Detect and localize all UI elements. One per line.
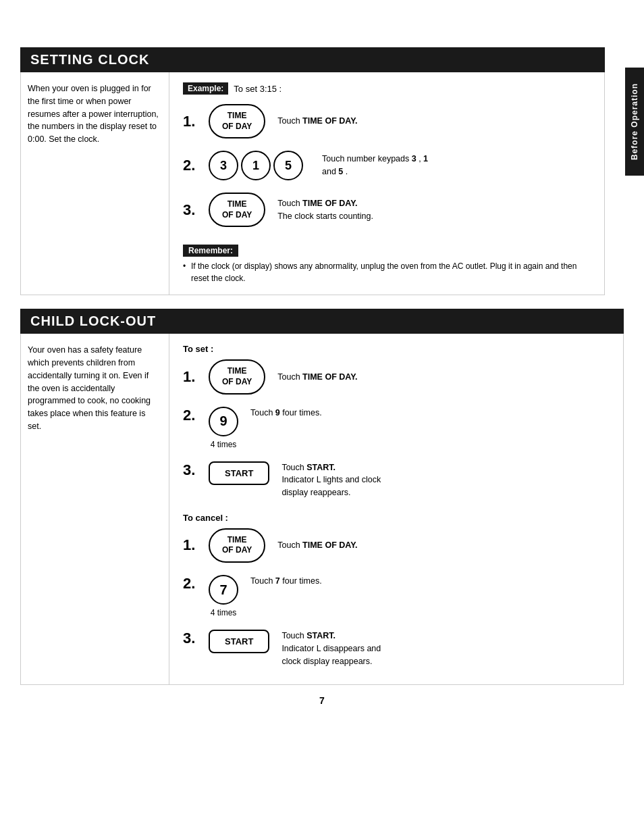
cl-set-step-2-desc: Touch 9 four times. bbox=[250, 407, 322, 420]
step-3-desc: Touch TIME OF DAY.The clock starts count… bbox=[277, 197, 373, 223]
page-number: 7 bbox=[0, 695, 644, 706]
side-tab: Before Operation bbox=[625, 68, 644, 176]
keypads-row: 3 1 5 bbox=[209, 151, 303, 180]
keypad-9[interactable]: 9 bbox=[209, 407, 238, 436]
cl-cancel-step-2: 2. 7 4 times Touch 7 four times. bbox=[183, 575, 610, 617]
time-of-day-btn-3[interactable]: TIME OF DAY bbox=[209, 193, 265, 227]
cl-cancel-num-3: 3. bbox=[183, 630, 202, 647]
page-container: Before Operation SETTING CLOCK When your… bbox=[0, 0, 644, 837]
set-4times-label: 4 times bbox=[211, 440, 237, 449]
child-lockout-header: CHILD LOCK-OUT bbox=[20, 309, 624, 334]
cl-cancel-num-2: 2. bbox=[183, 575, 202, 592]
cl-set-num-3: 3. bbox=[183, 461, 202, 479]
remember-box: Remember: If the clock (or display) show… bbox=[183, 239, 591, 284]
step-1-desc: Touch TIME OF DAY. bbox=[277, 115, 357, 128]
child-lockout-right: To set : 1. TIME OF DAY Touch TIME OF DA… bbox=[169, 334, 623, 684]
setting-clock-left: When your oven is plugged in for the fir… bbox=[21, 72, 169, 295]
example-row: Example: To set 3:15 : bbox=[183, 82, 591, 95]
cl-set-step-3-desc: Touch START.Indicator L lights and clock… bbox=[281, 461, 381, 499]
cl-set-step-2: 2. 9 4 times Touch 9 four times. bbox=[183, 407, 610, 449]
cl-tod-btn-cancel-1[interactable]: TIME OF DAY bbox=[209, 528, 265, 563]
sc-step-1: 1. TIME OF DAY Touch TIME OF DAY. bbox=[183, 104, 591, 138]
cl-cancel-step-2-desc: Touch 7 four times. bbox=[250, 575, 322, 588]
cl-cancel-step-3-desc: Touch START.Indicator L disappears andcl… bbox=[281, 630, 381, 667]
cl-set-step-1: 1. TIME OF DAY Touch TIME OF DAY. bbox=[183, 359, 610, 394]
start-btn-set[interactable]: START bbox=[209, 461, 269, 485]
keypad-3[interactable]: 3 bbox=[209, 151, 238, 180]
sc-step-3: 3. TIME OF DAY Touch TIME OF DAY.The clo… bbox=[183, 193, 591, 227]
step-num-2: 2. bbox=[183, 157, 202, 174]
step-num-1: 1. bbox=[183, 113, 202, 130]
time-of-day-btn-1[interactable]: TIME OF DAY bbox=[209, 104, 265, 138]
cl-set-num-1: 1. bbox=[183, 368, 202, 386]
step-num-3: 3. bbox=[183, 201, 202, 219]
example-text: To set 3:15 : bbox=[234, 84, 281, 94]
to-cancel-label: To cancel : bbox=[183, 513, 610, 523]
cl-cancel-step-3: 3. START Touch START.Indicator L disappe… bbox=[183, 630, 610, 667]
cl-set-step-1-desc: Touch TIME OF DAY. bbox=[277, 371, 357, 384]
cl-set-step-3: 3. START Touch START.Indicator L lights … bbox=[183, 461, 610, 499]
cl-cancel-step-1-desc: Touch TIME OF DAY. bbox=[277, 539, 357, 552]
step-2-desc: Touch number keypads 3 , 1and 5 . bbox=[322, 153, 428, 178]
setting-clock-header: SETTING CLOCK bbox=[20, 47, 605, 72]
keypad-1[interactable]: 1 bbox=[241, 151, 271, 180]
cl-set-num-2: 2. bbox=[183, 407, 202, 424]
sc-step-2: 2. 3 1 5 Touch number keypads 3 , 1and 5… bbox=[183, 151, 591, 180]
remember-text: If the clock (or display) shows any abno… bbox=[183, 260, 591, 284]
cl-cancel-num-1: 1. bbox=[183, 536, 202, 554]
cl-tod-btn-1[interactable]: TIME OF DAY bbox=[209, 359, 265, 394]
cl-cancel-step-1: 1. TIME OF DAY Touch TIME OF DAY. bbox=[183, 528, 610, 563]
keypad-5[interactable]: 5 bbox=[273, 151, 303, 180]
setting-clock-right: Example: To set 3:15 : 1. TIME OF DAY To… bbox=[169, 72, 604, 295]
keypad-7[interactable]: 7 bbox=[209, 575, 238, 605]
cancel-4times-label: 4 times bbox=[211, 608, 237, 617]
remember-label: Remember: bbox=[183, 245, 238, 257]
to-set-label: To set : bbox=[183, 344, 610, 354]
example-label: Example: bbox=[183, 82, 228, 95]
child-lockout-left: Your oven has a safety feature which pre… bbox=[21, 334, 169, 684]
start-btn-cancel[interactable]: START bbox=[209, 630, 269, 653]
